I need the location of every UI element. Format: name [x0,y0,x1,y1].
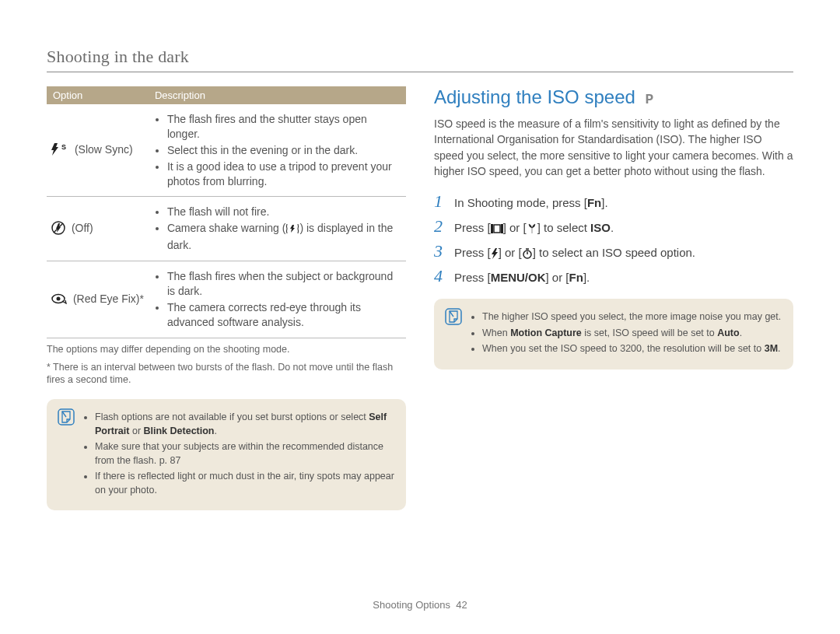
table-row: (Red Eye Fix)* The flash fires when the … [47,261,406,338]
description-list: The flash fires and the shutter stays op… [153,112,401,188]
step-item: Press [] or [] to select an ISO speed op… [434,241,793,261]
page-footer: Shooting Options 42 [0,599,840,611]
table-row: (Off) The flash will not fire. Camera sh… [47,197,406,261]
left-column: Option Description S (Slow Sync) [47,86,406,510]
table-row: S (Slow Sync) The flash fires and the sh… [47,104,406,197]
macro-icon [527,223,537,236]
svg-rect-10 [494,225,500,233]
list-item: The flash fires when the subject or back… [167,269,401,299]
slow-sync-icon: S [51,143,68,158]
footnote: * There is an interval between two burst… [47,361,406,387]
note-list: Flash options are not available if you s… [82,408,395,499]
note-icon [445,308,462,325]
step-item: Press [] or [] to select ISO. [434,216,793,236]
section-title: Shooting in the dark [47,47,793,72]
step-item: In Shooting mode, press [Fn]. [434,191,793,212]
note-box: Flash options are not available if you s… [47,399,406,510]
svg-text:S: S [61,143,66,151]
note-list: The higher ISO speed you select, the mor… [470,308,781,359]
option-label: (Red Eye Fix)* [73,292,144,305]
page-number: 42 [456,599,467,611]
note-icon [58,408,75,426]
svg-rect-8 [491,224,493,233]
svg-marker-0 [51,143,58,156]
two-column-layout: Option Description S (Slow Sync) [47,86,793,510]
list-item: If there is reflected light or much dust… [95,470,395,497]
right-column: Adjusting the ISO speed P ISO speed is t… [434,86,793,510]
mode-badge: P [646,92,654,107]
flash-icon [491,248,499,261]
step-item: Press [MENU/OK] or [Fn]. [434,266,793,286]
list-item: When Motion Capture is set, ISO speed wi… [482,327,781,341]
subsection-heading: Adjusting the ISO speed P [434,86,793,108]
steps-list: In Shooting mode, press [Fn]. Press [] o… [434,191,793,286]
disp-icon [491,223,503,236]
svg-point-6 [57,296,61,300]
list-item: Make sure that your subjects are within … [95,440,395,468]
list-item: The flash fires and the shutter stays op… [167,112,401,142]
list-item: When you set the ISO speed to 3200, the … [482,342,781,356]
flash-options-table: Option Description S (Slow Sync) [47,86,406,338]
footer-label: Shooting Options [373,599,450,611]
list-item: The higher ISO speed you select, the mor… [482,310,781,324]
camera-shake-icon [285,223,299,238]
list-item: It is a good idea to use a tripod to pre… [167,159,401,189]
list-item: Select this in the evening or in the dar… [167,143,401,158]
list-item: Flash options are not available if you s… [95,411,395,438]
list-item: The flash will not fire. [167,205,401,219]
description-list: The flash will not fire. Camera shake wa… [153,205,401,253]
list-item: The camera corrects red-eye through its … [167,300,401,330]
paragraph: ISO speed is the measure of a film's sen… [434,116,793,179]
option-label: (Off) [72,222,93,234]
list-item: Camera shake warning () is displayed in … [167,221,401,253]
note-box: The higher ISO speed you select, the mor… [434,299,793,370]
svg-marker-11 [492,248,498,259]
header-description: Description [149,86,406,104]
description-list: The flash fires when the subject or back… [153,269,401,330]
timer-icon [522,248,533,261]
option-label: (Slow Sync) [75,143,133,156]
red-eye-fix-icon [51,293,67,306]
header-option: Option [47,86,149,104]
flash-off-icon [51,221,65,237]
page: Shooting in the dark Option Description [0,0,840,534]
footnote: The options may differ depending on the … [47,343,406,356]
